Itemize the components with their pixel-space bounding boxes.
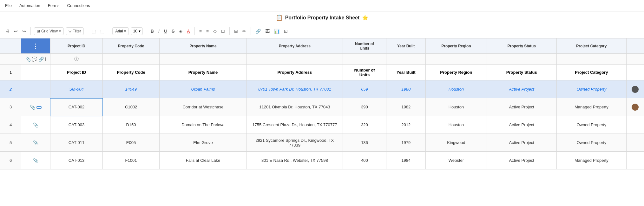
cell-num-units[interactable]: 400 [343,152,386,169]
print-icon[interactable]: 🖨 [4,27,11,35]
cell-property-status[interactable]: Active Project [487,80,556,98]
undo-icon[interactable]: ↩ [13,27,19,35]
cell-year-built[interactable]: 1979 [386,134,426,152]
menu-connections[interactable]: Connections [67,3,90,8]
bold-icon[interactable]: B [149,27,155,35]
header-year-built[interactable]: Year Built [386,38,426,54]
comment-icon[interactable]: 💬 [32,57,37,62]
header-project-category[interactable]: Project Category [556,38,626,54]
attachment-indicator[interactable]: 📎 [33,122,38,127]
conditional-format-icon[interactable]: ⊡ [220,27,226,35]
layout-icon[interactable]: ⊡ [283,27,289,35]
cell-num-units[interactable]: 136 [343,134,386,152]
cell-property-name[interactable]: Elm Grove [159,134,246,152]
cell-project-id[interactable]: CAT-002 [50,98,102,116]
table-row[interactable]: 5 📎 CAT-011 E005 Elm Grove 2921 Sycamore… [0,134,644,152]
cell-property-code[interactable]: F1001 [103,152,160,169]
cell-project-id[interactable]: CAT-003 [50,116,102,134]
cell-num-units[interactable]: 659 [343,80,386,98]
attachment-indicator[interactable]: 📎 [30,105,35,110]
attachment-indicator[interactable]: 📎 [33,140,38,145]
underline-icon[interactable]: U [163,27,168,35]
cell-year-built[interactable]: 1982 [386,98,426,116]
redo-icon[interactable]: ↪ [21,27,27,35]
attachment-icon[interactable]: 📎 [25,57,31,62]
table-row[interactable]: 2 SM-004 14049 Urban Palms 8701 Town Par… [0,80,644,98]
favorite-star-icon[interactable]: ⭐ [362,15,368,21]
cell-property-address[interactable]: 801 E Nasa Rd., Webster, TX 77598 [247,152,343,169]
menu-file[interactable]: File [5,3,12,8]
cell-property-region[interactable]: Kingwood [426,134,487,152]
info-icon[interactable]: i [45,57,46,62]
cell-property-address[interactable]: 8701 Town Park Dr. Houston, TX 77081 [247,80,343,98]
strikethrough-icon[interactable]: S [170,27,176,35]
header-property-address[interactable]: Property Address [247,38,343,54]
cell-project-category[interactable]: Owned Property [556,134,626,152]
cell-property-status[interactable]: Active Project [487,152,556,169]
font-selector[interactable]: Arial ▾ [112,27,129,35]
header-property-region[interactable]: Property Region [426,38,487,54]
cell-property-region[interactable]: Houston [426,116,487,134]
cell-year-built[interactable]: 2012 [386,116,426,134]
header-property-status[interactable]: Property Status [487,38,556,54]
cell-year-built[interactable]: 1984 [386,152,426,169]
table-row[interactable]: 3 📎 CAT-002 C1002 Corridor at Westchase … [0,98,644,116]
header-property-code[interactable]: Property Code [103,38,160,54]
cell-num-units[interactable]: 320 [343,116,386,134]
cell-property-name[interactable]: Falls at Clear Lake [159,152,246,169]
cell-property-region[interactable]: Houston [426,98,487,116]
menu-automation[interactable]: Automation [19,3,40,8]
grid-view-button[interactable]: ⊞ Grid View ▾ [34,27,64,35]
header-num-units[interactable]: Number ofUnits [343,38,386,54]
cell-property-code[interactable]: 14049 [103,80,160,98]
cell-property-status[interactable]: Active Project [487,98,556,116]
cell-project-id[interactable]: CAT-011 [50,134,102,152]
filter-button[interactable]: ▽ Filter [66,27,84,35]
header-property-name[interactable]: Property Name [159,38,246,54]
spreadsheet[interactable]: ⋮ Project ID Property Code Property Name… [0,38,644,206]
cell-year-built[interactable]: 1980 [386,80,426,98]
cell-property-region[interactable]: Houston [426,80,487,98]
font-color-icon[interactable]: A [186,27,191,35]
cell-property-code[interactable]: C1002 [103,98,160,116]
three-dot-icon[interactable]: ⋮ [33,43,38,49]
table-row[interactable]: 6 📎 CAT-013 F1001 Falls at Clear Lake 80… [0,152,644,169]
cell-property-name[interactable]: Domain on The Parkwa [159,116,246,134]
clear-format-icon[interactable]: ◇ [212,27,218,35]
cell-property-address[interactable]: 1755 Crescent Plaza Dr., Houston, TX 770… [247,116,343,134]
draw-icon[interactable]: ✏ [241,27,247,35]
cell-num-units[interactable]: 390 [343,98,386,116]
text-align-icon[interactable]: ≡ [198,27,203,35]
attachment-indicator[interactable]: 📎 [33,158,38,163]
cell-property-address[interactable]: 11201 Olympia Dr. Houston, TX 77043 [247,98,343,116]
cell-property-region[interactable]: Webster [426,152,487,169]
cell-project-id[interactable]: SM-004 [50,80,102,98]
cell-project-category[interactable]: Managed Property [556,152,626,169]
cell-property-status[interactable]: Active Project [487,116,556,134]
cell-property-address[interactable]: 2921 Sycamore Springs Dr., Kingwood, TX … [247,134,343,152]
cell-property-name[interactable]: Urban Palms [159,80,246,98]
text-wrap-icon[interactable]: ≡ [205,27,210,35]
header-project-id[interactable]: Project ID [50,38,102,54]
image-icon[interactable]: 🖼 [264,27,271,35]
cell-project-category[interactable]: Managed Property [556,98,626,116]
cell-property-status[interactable]: Active Project [487,134,556,152]
link-row-icon[interactable]: 🔗 [38,57,44,62]
align-left-icon[interactable]: ⬚ [90,27,97,35]
menu-forms[interactable]: Forms [48,3,60,8]
cell-property-name[interactable]: Corridor at Westchase [159,98,246,116]
cell-project-category[interactable]: Owned Property [556,116,626,134]
align-center-icon[interactable]: ⬚ [99,27,106,35]
cell-project-id[interactable]: CAT-013 [50,152,102,169]
cell-property-code[interactable]: D150 [103,116,160,134]
cell-property-code[interactable]: E005 [103,134,160,152]
italic-icon[interactable]: I [157,27,161,35]
table-icon[interactable]: ⊞ [233,27,239,35]
link-icon[interactable]: 🔗 [254,27,262,35]
info-circle-icon[interactable]: ⓘ [74,56,79,61]
font-size-selector[interactable]: 10 ▾ [131,27,142,35]
cell-project-category[interactable]: Owned Property [556,80,626,98]
fill-color-icon[interactable]: ◈ [178,27,184,35]
chart-icon[interactable]: 📊 [273,27,281,35]
table-row[interactable]: 4 📎 CAT-003 D150 Domain on The Parkwa 17… [0,116,644,134]
